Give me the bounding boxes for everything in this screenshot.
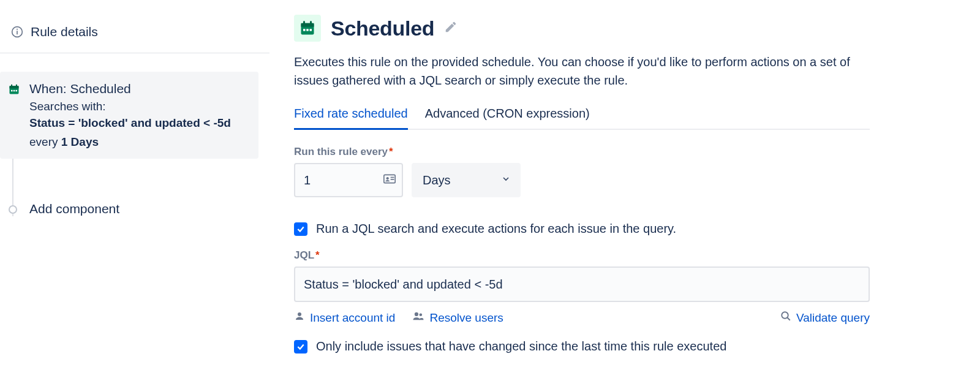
interval-label: Run this rule every* [294,146,946,158]
timeline-node-icon [9,205,17,214]
svg-rect-16 [310,29,312,31]
trigger-card-scheduled[interactable]: When: Scheduled Searches with: Status = … [0,72,258,159]
insert-account-id-link[interactable]: Insert account id [294,311,395,325]
jql-label-text: JQL [294,249,314,261]
svg-point-21 [298,312,301,316]
schedule-tabs: Fixed rate scheduled Advanced (CRON expr… [294,107,870,130]
rule-timeline: When: Scheduled Searches with: Status = … [0,72,270,216]
add-component-button[interactable]: Add component [0,202,270,216]
insert-account-id-label: Insert account id [310,311,395,325]
svg-rect-5 [11,85,12,87]
add-component-label: Add component [29,202,119,216]
svg-point-23 [420,313,423,316]
info-icon [9,26,26,38]
tab-advanced-cron[interactable]: Advanced (CRON expression) [425,107,590,130]
sidebar-divider [0,53,270,53]
trigger-frequency: every 1 Days [29,135,247,149]
svg-rect-6 [16,85,17,87]
svg-rect-9 [16,90,18,92]
person-icon [294,311,305,325]
svg-point-18 [386,177,389,180]
calendar-icon [7,83,21,96]
svg-line-25 [787,317,790,320]
edit-title-icon[interactable] [444,20,458,36]
only-changed-checkbox-label: Only include issues that have changed si… [316,339,726,353]
run-jql-checkbox[interactable] [294,222,307,236]
svg-rect-15 [306,29,309,31]
svg-rect-12 [303,21,305,25]
rule-details-label: Rule details [26,25,98,39]
interval-label-text: Run this rule every [294,146,388,157]
search-icon [780,311,791,325]
tab-fixed-rate[interactable]: Fixed rate scheduled [294,107,408,130]
svg-rect-11 [301,23,314,27]
page-title: Scheduled [331,17,434,40]
trigger-frequency-prefix: every [29,135,61,148]
required-asterisk: * [389,146,393,157]
chevron-down-icon [501,174,511,186]
svg-rect-19 [391,177,394,178]
calendar-icon [294,15,321,42]
svg-point-22 [415,312,418,316]
rule-details-row[interactable]: Rule details [0,25,270,53]
svg-rect-20 [391,179,394,180]
trigger-searches-with: Searches with: [29,100,247,113]
trigger-title: When: Scheduled [29,81,247,96]
validate-query-label: Validate query [796,311,870,325]
svg-rect-13 [310,21,312,25]
trigger-frequency-value: 1 Days [61,135,99,148]
run-jql-checkbox-label: Run a JQL search and execute actions for… [316,222,676,236]
required-asterisk: * [315,249,320,261]
svg-rect-7 [11,90,13,92]
svg-point-2 [17,29,18,30]
svg-point-24 [782,312,788,319]
validate-query-link[interactable]: Validate query [780,311,870,325]
trigger-jql-summary: Status = 'blocked' and updated < -5d [29,115,247,132]
trigger-description: Executes this rule on the provided sched… [294,53,870,89]
svg-rect-4 [10,86,19,88]
people-icon [412,311,424,325]
rule-sidebar: Rule details When: Scheduled Searches wi… [0,0,270,378]
id-card-icon [383,174,396,186]
resolve-users-link[interactable]: Resolve users [412,311,503,325]
main-panel: Scheduled Executes this rule on the prov… [270,0,980,378]
resolve-users-label: Resolve users [429,311,503,325]
only-changed-checkbox[interactable] [294,340,307,353]
jql-label: JQL* [294,249,946,262]
svg-rect-14 [303,29,306,31]
svg-rect-8 [13,90,15,92]
jql-input[interactable] [294,266,870,302]
